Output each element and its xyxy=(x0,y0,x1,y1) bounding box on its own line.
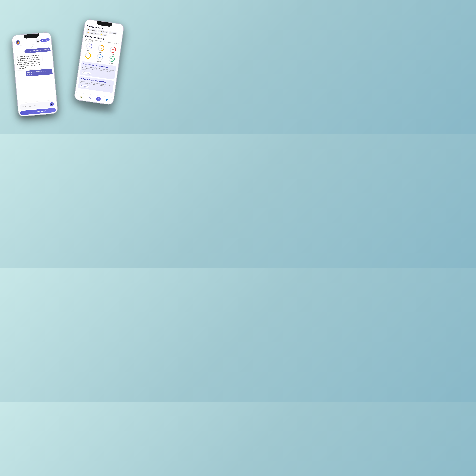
analysis-screen: Emotions Present 😊 contentment 😤 frustra… xyxy=(74,19,124,105)
emotion-anger: 60% Anger xyxy=(107,46,119,55)
back-button[interactable]: ‹ xyxy=(14,42,15,44)
phone-chat: ‹ 🧑‍🦱 📞 ⏺ Finish August 23 Hey Aspen, I'… xyxy=(11,32,58,117)
gauge-joy: 70% xyxy=(85,52,92,59)
shadow-right xyxy=(80,103,116,114)
emotion-tag-energy: ⚡ energy xyxy=(109,31,117,35)
anger-name: Anger xyxy=(111,53,114,55)
header-actions: 📞 ⏺ Finish xyxy=(35,38,50,43)
chat-messages: August 23 Hey Aspen, I'm feeling stresse… xyxy=(13,43,56,103)
embarrassment-label: embarrassment xyxy=(89,32,98,35)
record-icon: ⏺ xyxy=(42,39,43,41)
emotion-circles-grid: 30% Anxiety 45% xyxy=(82,43,119,65)
call-button[interactable]: 📞 xyxy=(35,39,40,43)
chat-screen: ‹ 🧑‍🦱 📞 ⏺ Finish August 23 Hey Aspen, I'… xyxy=(12,33,57,116)
emotion-sadness: 20% Sadness xyxy=(94,53,106,63)
contentment-label: contentment xyxy=(89,29,96,32)
stress-name: Stress xyxy=(99,51,102,53)
emotion-stress: 45% Stress xyxy=(95,44,107,54)
commitment-advice-button[interactable]: See Advice › xyxy=(80,84,89,88)
gauge-anger: 60% xyxy=(109,46,117,53)
anxiety-name: Anxiety xyxy=(87,50,91,52)
message-bubble-bot-1: Hey Jack! I remember you mentioned feeli… xyxy=(15,53,43,71)
imposter-advice-label: See Advice xyxy=(83,72,89,74)
embarrassment-emoji: 😳 xyxy=(87,32,88,34)
imposter-arrow-icon: › xyxy=(89,73,89,74)
avatar: 🧑‍🦱 xyxy=(16,40,20,45)
phone-analysis: Emotions Present 😊 contentment 😤 frustra… xyxy=(74,19,125,105)
energy-label: energy xyxy=(112,32,116,34)
message-placeholder: Write your message here xyxy=(21,104,49,108)
imposter-advice-button[interactable]: See Advice › xyxy=(82,71,91,75)
gauge-sadness: 20% xyxy=(96,53,103,61)
nav-profile[interactable]: 👤 xyxy=(104,98,109,103)
scene: ‹ 🧑‍🦱 📞 ⏺ Finish August 23 Hey Aspen, I'… xyxy=(11,11,123,123)
analysis-content: Emotions Present 😊 contentment 😤 frustra… xyxy=(75,24,123,98)
emotion-tag-frustration: 😤 frustration xyxy=(98,30,108,34)
sadness-name: Sadness xyxy=(97,61,102,63)
emotion-optimism: 50% Optimism xyxy=(105,55,117,65)
joy-name: Joy xyxy=(86,59,88,61)
finish-button[interactable]: ⏺ Finish xyxy=(40,38,50,42)
frustration-emoji: 😤 xyxy=(99,31,101,32)
emotion-joy: 70% Joy xyxy=(82,51,94,61)
finish-label: Finish xyxy=(44,39,48,41)
anger-emoji: 😠 xyxy=(101,34,102,35)
imposter-sparkle-icon: ✦ xyxy=(83,63,85,65)
contentment-emoji: 😊 xyxy=(87,29,89,30)
commitment-advice-label: See Advice xyxy=(81,85,87,87)
nav-home[interactable]: 🏠 xyxy=(79,94,84,99)
gauge-stress: 45% xyxy=(97,45,105,52)
emotion-tag-embarrassment: 😳 embarrassment xyxy=(86,31,99,35)
gauge-optimism: 50% xyxy=(108,55,115,63)
message-bubble-user-1: Hey Aspen, I'm feeling stressed today. xyxy=(24,47,51,53)
anger-label: anger xyxy=(103,34,106,36)
phone-chat-screen: ‹ 🧑‍🦱 📞 ⏺ Finish August 23 Hey Aspen, I'… xyxy=(12,33,57,116)
nav-call[interactable] xyxy=(87,95,92,100)
mic-button[interactable]: 🎤 xyxy=(50,102,54,106)
frustration-label: frustration xyxy=(101,31,107,33)
energy-emoji: ⚡ xyxy=(110,32,112,34)
emotion-anxiety: 30% Anxiety xyxy=(83,43,95,52)
commitment-arrow-icon: › xyxy=(87,86,88,87)
emotion-tag-anger: 😠 anger xyxy=(99,33,107,36)
optimism-name: Optimism xyxy=(109,62,113,64)
nav-sparkle[interactable]: ✦ xyxy=(96,96,101,102)
commitment-sparkle-icon: ✦ xyxy=(81,78,82,80)
gauge-anxiety: 30% xyxy=(86,43,93,50)
message-bubble-user-2: True, honestly the move has been pretty … xyxy=(25,68,52,77)
phone-analysis-screen: Emotions Present 😊 contentment 😤 frustra… xyxy=(74,19,124,105)
